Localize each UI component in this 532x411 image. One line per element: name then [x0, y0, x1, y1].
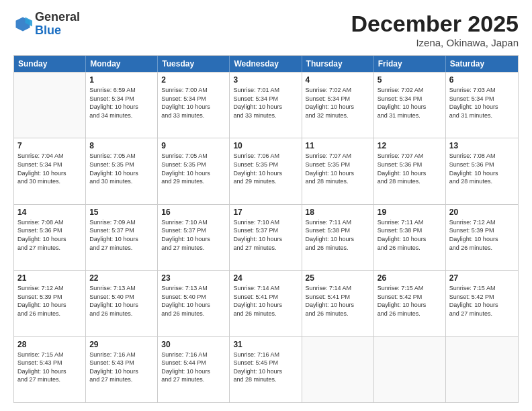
cell-day-number: 14 — [17, 208, 82, 217]
cell-day-number: 19 — [378, 208, 442, 217]
calendar-cell-3: 3Sunrise: 7:01 AM Sunset: 5:34 PM Daylig… — [230, 73, 302, 138]
calendar-cell-23: 23Sunrise: 7:13 AM Sunset: 5:40 PM Dayli… — [158, 271, 230, 336]
calendar-cell-22: 22Sunrise: 7:13 AM Sunset: 5:40 PM Dayli… — [86, 271, 158, 336]
cell-info: Sunrise: 7:16 AM Sunset: 5:45 PM Dayligh… — [233, 351, 298, 384]
cell-day-number: 13 — [449, 141, 515, 150]
calendar-cell-21: 21Sunrise: 7:12 AM Sunset: 5:39 PM Dayli… — [14, 271, 86, 336]
calendar-cell-8: 8Sunrise: 7:05 AM Sunset: 5:35 PM Daylig… — [86, 138, 158, 203]
cell-day-number: 18 — [306, 208, 370, 217]
cell-day-number: 3 — [233, 75, 298, 85]
cell-day-number: 24 — [233, 273, 298, 283]
cell-info: Sunrise: 7:12 AM Sunset: 5:39 PM Dayligh… — [17, 284, 82, 318]
cell-info: Sunrise: 7:03 AM Sunset: 5:34 PM Dayligh… — [449, 86, 515, 120]
cell-day-number: 21 — [17, 273, 82, 283]
cell-day-number: 22 — [89, 273, 154, 283]
cell-day-number: 11 — [306, 141, 370, 150]
cell-info: Sunrise: 7:12 AM Sunset: 5:39 PM Dayligh… — [449, 218, 515, 252]
cell-day-number: 30 — [161, 340, 226, 349]
cell-day-number: 9 — [161, 141, 226, 150]
calendar-cell-7: 7Sunrise: 7:04 AM Sunset: 5:34 PM Daylig… — [14, 138, 86, 203]
cell-info: Sunrise: 7:05 AM Sunset: 5:35 PM Dayligh… — [161, 152, 226, 185]
cell-info: Sunrise: 7:06 AM Sunset: 5:35 PM Dayligh… — [233, 152, 298, 185]
calendar-cell-30: 30Sunrise: 7:16 AM Sunset: 5:44 PM Dayli… — [158, 337, 230, 402]
calendar-cell-18: 18Sunrise: 7:11 AM Sunset: 5:38 PM Dayli… — [302, 205, 374, 270]
calendar-cell-28: 28Sunrise: 7:15 AM Sunset: 5:43 PM Dayli… — [14, 337, 86, 402]
calendar-cell-12: 12Sunrise: 7:07 AM Sunset: 5:36 PM Dayli… — [374, 138, 446, 203]
title-block: December 2025 Izena, Okinawa, Japan — [351, 11, 519, 48]
calendar-cell-17: 17Sunrise: 7:10 AM Sunset: 5:37 PM Dayli… — [230, 205, 302, 270]
location: Izena, Okinawa, Japan — [351, 37, 519, 48]
calendar-cell-27: 27Sunrise: 7:15 AM Sunset: 5:42 PM Dayli… — [446, 271, 518, 336]
cell-day-number: 1 — [89, 75, 154, 85]
cell-day-number: 12 — [378, 141, 442, 150]
calendar-cell-empty-4-5 — [374, 337, 446, 402]
logo: General Blue — [13, 11, 80, 38]
calendar-cell-5: 5Sunrise: 7:02 AM Sunset: 5:34 PM Daylig… — [374, 73, 446, 138]
weekday-header-monday: Monday — [86, 56, 158, 72]
calendar-row-4: 28Sunrise: 7:15 AM Sunset: 5:43 PM Dayli… — [14, 336, 518, 402]
cell-info: Sunrise: 7:13 AM Sunset: 5:40 PM Dayligh… — [161, 284, 226, 318]
cell-info: Sunrise: 7:14 AM Sunset: 5:41 PM Dayligh… — [233, 284, 298, 318]
calendar-cell-25: 25Sunrise: 7:14 AM Sunset: 5:41 PM Dayli… — [302, 271, 374, 336]
calendar-cell-15: 15Sunrise: 7:09 AM Sunset: 5:37 PM Dayli… — [86, 205, 158, 270]
calendar-cell-empty-4-6 — [446, 337, 518, 402]
calendar-cell-19: 19Sunrise: 7:11 AM Sunset: 5:38 PM Dayli… — [374, 205, 446, 270]
logo-text: General Blue — [35, 11, 80, 38]
cell-day-number: 25 — [306, 273, 370, 283]
cell-day-number: 29 — [89, 340, 154, 349]
cell-info: Sunrise: 7:15 AM Sunset: 5:43 PM Dayligh… — [17, 351, 82, 384]
cell-day-number: 17 — [233, 208, 298, 217]
cell-day-number: 28 — [17, 340, 82, 349]
calendar-cell-20: 20Sunrise: 7:12 AM Sunset: 5:39 PM Dayli… — [446, 205, 518, 270]
cell-info: Sunrise: 7:14 AM Sunset: 5:41 PM Dayligh… — [306, 284, 370, 318]
calendar-cell-24: 24Sunrise: 7:14 AM Sunset: 5:41 PM Dayli… — [230, 271, 302, 336]
weekday-header-sunday: Sunday — [14, 56, 86, 72]
cell-day-number: 10 — [233, 141, 298, 150]
calendar-row-2: 14Sunrise: 7:08 AM Sunset: 5:36 PM Dayli… — [14, 204, 518, 270]
cell-info: Sunrise: 7:09 AM Sunset: 5:37 PM Dayligh… — [89, 218, 154, 252]
cell-info: Sunrise: 7:01 AM Sunset: 5:34 PM Dayligh… — [233, 86, 298, 120]
cell-info: Sunrise: 7:00 AM Sunset: 5:34 PM Dayligh… — [161, 86, 226, 120]
cell-day-number: 7 — [17, 141, 82, 150]
page-container: General Blue December 2025 Izena, Okinaw… — [0, 0, 532, 411]
cell-day-number: 6 — [449, 75, 515, 85]
cell-day-number: 31 — [233, 340, 298, 349]
cell-info: Sunrise: 7:07 AM Sunset: 5:35 PM Dayligh… — [306, 152, 370, 185]
cell-day-number: 5 — [378, 75, 442, 85]
calendar-row-0: 1Sunrise: 6:59 AM Sunset: 5:34 PM Daylig… — [14, 72, 518, 138]
calendar-cell-14: 14Sunrise: 7:08 AM Sunset: 5:36 PM Dayli… — [14, 205, 86, 270]
cell-info: Sunrise: 7:02 AM Sunset: 5:34 PM Dayligh… — [306, 86, 370, 120]
logo-icon — [13, 15, 32, 34]
calendar-row-3: 21Sunrise: 7:12 AM Sunset: 5:39 PM Dayli… — [14, 270, 518, 336]
cell-day-number: 16 — [161, 208, 226, 217]
weekday-header-friday: Friday — [374, 56, 446, 72]
cell-info: Sunrise: 7:13 AM Sunset: 5:40 PM Dayligh… — [89, 284, 154, 318]
cell-day-number: 4 — [306, 75, 370, 85]
weekday-header-wednesday: Wednesday — [230, 56, 302, 72]
cell-info: Sunrise: 7:11 AM Sunset: 5:38 PM Dayligh… — [378, 218, 442, 252]
weekday-header-tuesday: Tuesday — [158, 56, 230, 72]
cell-info: Sunrise: 7:02 AM Sunset: 5:34 PM Dayligh… — [378, 86, 442, 120]
cell-day-number: 15 — [89, 208, 154, 217]
calendar-cell-empty-0-0 — [14, 73, 86, 138]
calendar-cell-2: 2Sunrise: 7:00 AM Sunset: 5:34 PM Daylig… — [158, 73, 230, 138]
cell-info: Sunrise: 7:10 AM Sunset: 5:37 PM Dayligh… — [161, 218, 226, 252]
calendar-cell-10: 10Sunrise: 7:06 AM Sunset: 5:35 PM Dayli… — [230, 138, 302, 203]
calendar-cell-4: 4Sunrise: 7:02 AM Sunset: 5:34 PM Daylig… — [302, 73, 374, 138]
cell-info: Sunrise: 7:04 AM Sunset: 5:34 PM Dayligh… — [17, 152, 82, 185]
logo-general: General — [35, 11, 80, 24]
calendar-cell-11: 11Sunrise: 7:07 AM Sunset: 5:35 PM Dayli… — [302, 138, 374, 203]
cell-day-number: 26 — [378, 273, 442, 283]
calendar-header: SundayMondayTuesdayWednesdayThursdayFrid… — [14, 56, 518, 72]
cell-info: Sunrise: 7:05 AM Sunset: 5:35 PM Dayligh… — [89, 152, 154, 185]
cell-info: Sunrise: 7:15 AM Sunset: 5:42 PM Dayligh… — [449, 284, 515, 318]
cell-day-number: 2 — [161, 75, 226, 85]
calendar-cell-29: 29Sunrise: 7:16 AM Sunset: 5:43 PM Dayli… — [86, 337, 158, 402]
calendar-cell-31: 31Sunrise: 7:16 AM Sunset: 5:45 PM Dayli… — [230, 337, 302, 402]
calendar-cell-16: 16Sunrise: 7:10 AM Sunset: 5:37 PM Dayli… — [158, 205, 230, 270]
cell-info: Sunrise: 7:10 AM Sunset: 5:37 PM Dayligh… — [233, 218, 298, 252]
cell-day-number: 27 — [449, 273, 515, 283]
calendar-cell-13: 13Sunrise: 7:08 AM Sunset: 5:36 PM Dayli… — [446, 138, 518, 203]
logo-blue: Blue — [35, 24, 80, 38]
cell-info: Sunrise: 7:16 AM Sunset: 5:43 PM Dayligh… — [89, 351, 154, 384]
